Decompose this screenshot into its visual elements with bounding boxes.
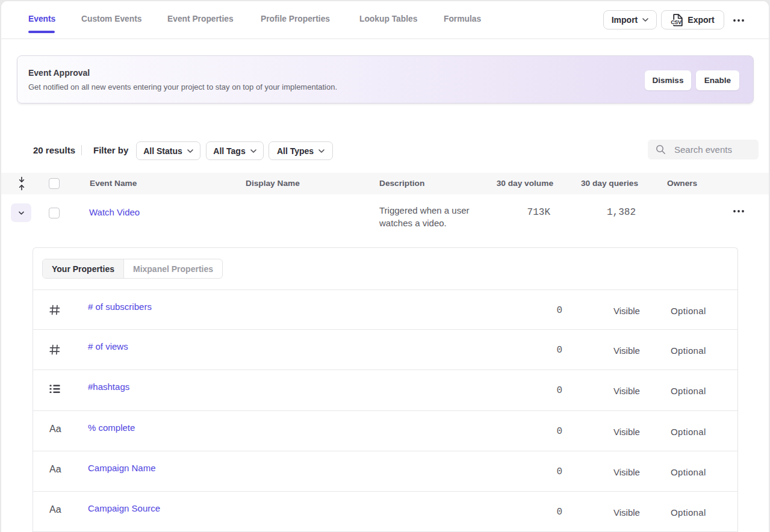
svg-text:CSV: CSV <box>671 19 682 25</box>
